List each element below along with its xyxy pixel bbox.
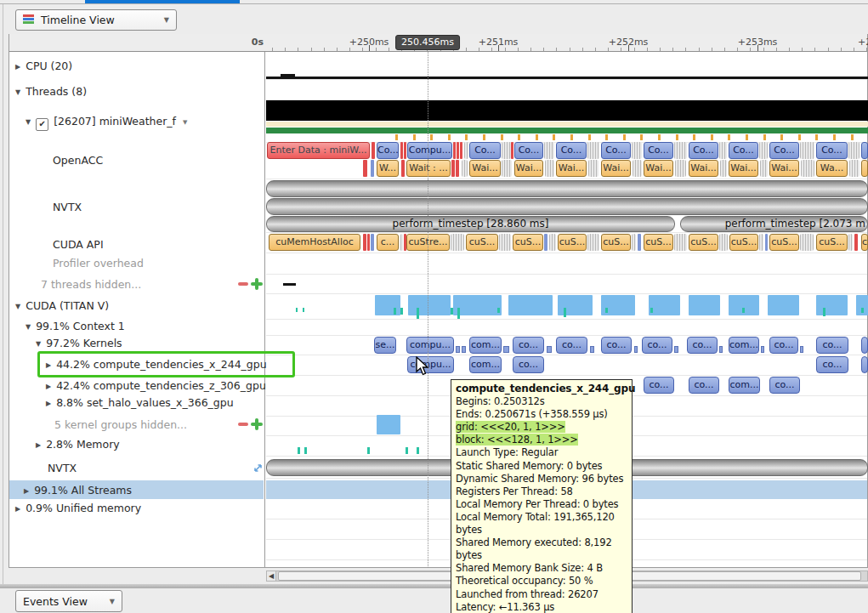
timeline-block-cuda-api[interactable] (632, 234, 636, 251)
timeline-block-kernels-row[interactable]: co... (601, 337, 632, 354)
timeline-block-gpu-utilization-marks[interactable] (650, 308, 653, 313)
timeline-block-openacc-row1[interactable] (372, 142, 375, 159)
chevron-right-icon[interactable]: ▶ (15, 505, 20, 513)
sidebar-item-cuda-api[interactable]: CUDA API (53, 238, 104, 251)
timeline-block-openacc-launch-ticks[interactable] (588, 134, 591, 140)
timeline-block-openacc-launch-ticks[interactable] (430, 134, 433, 140)
sidebar-item-7-threads-hidden[interactable]: 7 threads hidden... (41, 278, 141, 291)
timeline-block-openacc-row2[interactable]: Wai... (556, 160, 587, 177)
timeline-block-gpu-utilization[interactable] (649, 295, 680, 315)
timeline-block-openacc-row2[interactable] (861, 160, 868, 177)
timeline-block-gpu-utilization[interactable] (768, 295, 799, 315)
timeline-block-openacc-row2[interactable] (675, 160, 686, 177)
timeline-block-openacc-launch-ticks[interactable] (728, 134, 730, 140)
timeline-block-kernels-row[interactable]: se... (374, 337, 396, 354)
timeline-block-openacc-launch-ticks[interactable] (676, 134, 678, 140)
timeline-block-gpu-utilization[interactable] (375, 295, 400, 315)
sidebar-item-26207-miniweather-f[interactable]: ▼✔[26207] miniWeather_f▼ (26, 115, 187, 128)
timeline-block-cuda-api[interactable]: c (861, 234, 868, 251)
timeline-block-memory-row-marks[interactable] (406, 447, 408, 454)
events-view-selector[interactable]: Events View ▼ (15, 590, 122, 612)
chevron-right-icon[interactable]: ▶ (36, 441, 41, 449)
timeline-block-openacc-row2[interactable] (720, 160, 727, 177)
timeline-block-kernels-row[interactable]: co... (513, 337, 544, 354)
timeline-block-kernels-row[interactable] (547, 346, 552, 353)
timeline-block-cuda-api[interactable] (674, 234, 687, 251)
timeline-block-openacc-row2[interactable] (760, 160, 768, 177)
timeline-block-cuda-api[interactable] (549, 234, 556, 251)
sidebar-item-8-8-set-halo-values-x-366-gpu[interactable]: ▶8.8% set_halo_values_x_366_gpu (46, 396, 234, 409)
timeline-block-openacc-row1[interactable]: Co... (816, 142, 848, 159)
timeline-block-openacc-launch-ticks[interactable] (448, 134, 451, 140)
timeline-block-openacc-row2[interactable] (502, 160, 512, 177)
timeline-block-cuda-api[interactable] (371, 234, 374, 251)
timeline-block-cuda-api[interactable]: cuS... (513, 234, 543, 251)
timeline-block-kernels-row[interactable] (590, 346, 594, 353)
timeline-block-cuda-api[interactable] (848, 234, 853, 251)
timeline-block-kernel-x244-row[interactable] (861, 356, 868, 373)
timeline-block-kernels-row[interactable]: compu... (406, 337, 454, 354)
timeline-block-openacc-row1[interactable] (800, 142, 814, 159)
timeline-block-cuda-api[interactable]: cuS... (689, 234, 718, 251)
timeline-block-gpu-utilization[interactable] (689, 295, 720, 315)
sidebar-item-openacc[interactable]: OpenACC (53, 154, 103, 167)
sidebar-item-0-9-unified-memory[interactable]: ▶0.9% Unified memory (15, 502, 141, 514)
timeline-block-openacc-launch-ticks[interactable] (711, 134, 713, 140)
timeline-block-cuda-api[interactable]: cuMemHostAlloc (269, 234, 360, 251)
chevron-down-icon[interactable]: ▼ (36, 340, 41, 348)
timeline-block-openacc-launch-ticks[interactable] (693, 134, 695, 140)
timeline-block-openacc-launch-ticks[interactable] (570, 134, 573, 140)
timeline-block-openacc-row2[interactable] (363, 160, 367, 177)
chevron-down-icon[interactable]: ▼ (183, 119, 187, 126)
expand-plus-icon[interactable] (251, 282, 263, 286)
timeline-block-openacc-launch-ticks[interactable] (465, 134, 468, 140)
timeline-block-openacc-row1[interactable] (759, 142, 768, 159)
timeline-block-openacc-row1[interactable]: Co... (469, 142, 501, 159)
sidebar-item-42-4-compute-tendencies-z-306-gpu[interactable]: ▶42.4% compute_tendencies_z_306_gpu (46, 379, 266, 392)
timeline-block-cuda-api[interactable] (587, 234, 599, 251)
sidebar-item-99-1-all-streams[interactable]: ▶99.1% All Streams (24, 484, 132, 497)
sidebar-item-97-2-kernels[interactable]: ▼97.2% Kernels (36, 337, 122, 349)
timeline-block-nvtx-row1[interactable] (266, 180, 868, 197)
timeline-block-gpu-utilization-marks[interactable] (303, 308, 304, 312)
timeline-block-cuda-api[interactable] (544, 234, 547, 251)
chevron-right-icon[interactable]: ▶ (46, 383, 51, 390)
timeline-block-openacc-row1[interactable]: Co... (556, 142, 587, 159)
timeline-block-gpu-utilization[interactable] (453, 295, 502, 315)
sidebar-item-5-kernel-groups-hidden[interactable]: 5 kernel groups hidden... (54, 418, 187, 431)
timeline-block-cuda-api[interactable] (499, 234, 511, 251)
timeline-block-openacc-row1[interactable] (404, 142, 406, 159)
timeline-block-openacc-row1[interactable]: Co... (644, 142, 673, 159)
timeline-block-kernels-row[interactable]: co... (816, 337, 848, 354)
timeline-block-cuda-api[interactable] (800, 234, 814, 251)
timeline-block-openacc-row1[interactable] (632, 142, 642, 159)
timeline-block-openacc-row2[interactable]: Wai... (469, 160, 501, 177)
chevron-down-icon[interactable]: ▼ (15, 88, 20, 96)
timeline-block-openacc-row2[interactable] (633, 160, 642, 177)
timeline-block-gpu-utilization-marks[interactable] (457, 308, 460, 319)
timeline-block-cuda-api[interactable]: cuS... (466, 234, 498, 251)
sidebar-item-nvtx[interactable]: NVTX (53, 201, 82, 213)
timeline-block-openacc-row2[interactable]: Wai... (601, 160, 631, 177)
timeline-block-kernels-row[interactable]: co... (642, 337, 672, 354)
chevron-down-icon[interactable]: ▼ (15, 303, 20, 310)
timeline-block-openacc-launch-ticks[interactable] (413, 134, 416, 140)
timeline-block-cuda-api[interactable] (451, 234, 464, 251)
timeline-block-openacc-row1[interactable] (460, 142, 462, 159)
timeline-block-openacc-launch-ticks[interactable] (815, 134, 818, 140)
timeline-block-openacc-row1[interactable]: Co... (514, 142, 543, 159)
timeline-block-openacc-row1[interactable] (674, 142, 687, 159)
timeline-block-cuda-api[interactable] (765, 234, 768, 251)
timeline-block-gpu-utilization-marks[interactable] (564, 308, 566, 317)
timeline-block-kernels-row[interactable]: co... (769, 337, 798, 354)
timeline-block-openacc-launch-ticks[interactable] (483, 134, 485, 140)
timeline-block-openacc-row1[interactable] (453, 142, 456, 159)
timeline-block-memory-row-marks[interactable] (304, 447, 307, 454)
timeline-block-openacc-launch-ticks[interactable] (536, 134, 538, 140)
timeline-block-nvtx-row3[interactable]: perform_timestep [28.860 ms] (266, 216, 675, 232)
expand-row-icon[interactable] (252, 463, 264, 474)
timeline-block-openacc-row2[interactable] (462, 160, 468, 177)
timeline-block-memory-row-marks[interactable] (367, 447, 370, 454)
timeline-block-thread-state[interactable] (266, 100, 868, 121)
timeline-block-openacc-row1[interactable] (464, 142, 468, 159)
